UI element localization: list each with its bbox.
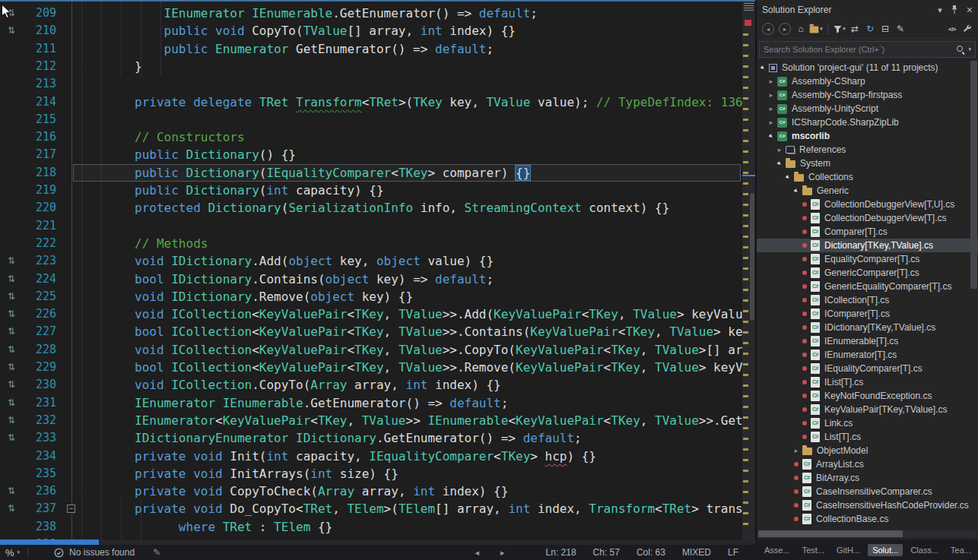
fold-collapse-button[interactable]: − — [67, 505, 75, 513]
code-line[interactable]: 221 — [0, 217, 742, 235]
code-line[interactable]: 234 private void Init(int capacity, IEqu… — [0, 448, 742, 465]
code-editor[interactable]: ⇅209 IEnumerator IEnumerable.GetEnumerat… — [0, 0, 755, 539]
tree-item[interactable]: CollectionDebuggerView[T].cs — [757, 211, 978, 225]
view-code-button[interactable]: </> — [945, 22, 959, 36]
back-button[interactable]: ◂ — [762, 23, 774, 35]
code-line[interactable]: 212 } — [0, 58, 742, 75]
scrollbar-thumb[interactable] — [750, 193, 754, 321]
gutter-references-icon[interactable]: ⇅ — [0, 376, 23, 394]
collapse-all-button[interactable]: ⊟ — [878, 22, 892, 36]
tree-item[interactable]: BitArray.cs — [757, 471, 978, 485]
code-line[interactable]: 220 protected Dictionary(SerializationIn… — [0, 199, 742, 217]
tree-item[interactable]: IList[T].cs — [757, 375, 978, 389]
scroll-left-button[interactable]: ◂ — [475, 548, 479, 558]
tree-item[interactable]: ▸References — [757, 143, 978, 157]
code-line[interactable]: 235 private void InitArrays(int size) {} — [0, 465, 742, 482]
panel-tab[interactable]: Asse... — [760, 544, 795, 556]
scrollbar-thumb[interactable] — [0, 539, 99, 545]
expand-arrow-icon[interactable]: ▸ — [770, 119, 773, 126]
gutter-references-icon[interactable]: ⇅ — [0, 341, 23, 359]
gutter-references-icon[interactable]: ⇅ — [0, 271, 23, 288]
gutter-references-icon[interactable]: ⇅ — [0, 412, 23, 429]
code-line[interactable]: ⇅227 bool ICollection<KeyValuePair<TKey,… — [0, 323, 742, 340]
search-input[interactable] — [760, 45, 956, 54]
tree-item[interactable]: ICollection[T].cs — [757, 293, 978, 307]
code-line[interactable]: ⇅226 void ICollection<KeyValuePair<TKey,… — [0, 305, 742, 323]
scrollbar-thumb[interactable] — [970, 61, 977, 289]
panel-tab[interactable]: Class... — [906, 544, 943, 556]
code-line[interactable]: 213 — [0, 75, 742, 93]
code-line[interactable]: 216 // Constructors — [0, 128, 742, 146]
tree-item[interactable]: List[T].cs — [757, 430, 978, 444]
eol-indicator[interactable]: LF — [728, 547, 738, 558]
gutter-references-icon[interactable]: ⇅ — [0, 482, 23, 500]
code-line[interactable]: 214 private delegate TRet Transform<TRet… — [0, 93, 742, 111]
home-button[interactable]: ⌂ — [794, 22, 808, 36]
code-line[interactable]: ⇅232 IEnumerator<KeyValuePair<TKey, TVal… — [0, 412, 742, 429]
code-line[interactable]: ⇅223 void IDictionary.Add(object key, ob… — [0, 252, 742, 270]
tree-item[interactable]: ▸C#Assembly-CSharp-firstpass — [757, 88, 978, 102]
panel-tab[interactable]: Test... — [798, 544, 829, 556]
refresh-button[interactable]: ↻ — [863, 22, 877, 36]
properties-button[interactable] — [961, 22, 974, 36]
expand-arrow-icon[interactable]: ▸ — [770, 91, 773, 99]
preview-selected-items-button[interactable]: ✎ — [894, 22, 907, 36]
document-health-indicator[interactable] — [54, 548, 64, 558]
editor-horizontal-scrollbar[interactable] — [0, 539, 755, 545]
forward-button[interactable]: ▸ — [779, 23, 791, 35]
collapse-arrow-icon[interactable]: ▸ — [767, 132, 775, 140]
expand-arrow-icon[interactable]: ▸ — [778, 146, 782, 153]
tree-item[interactable]: Comparer[T].cs — [757, 225, 978, 239]
tree-item[interactable]: KeyValuePair[TKey,TValue].cs — [757, 403, 978, 416]
gutter-references-icon[interactable]: ⇅ — [0, 22, 23, 40]
code-line[interactable]: 215 — [0, 111, 742, 128]
code-line[interactable]: ⇅236 private void CopyToCheck(Array arra… — [0, 482, 742, 500]
collapse-arrow-icon[interactable]: ▸ — [784, 173, 792, 181]
sync-with-active-document-button[interactable]: ⇄ — [848, 22, 862, 36]
tree-item[interactable]: ▸C#ICSharpCode.SharpZipLib — [757, 115, 978, 129]
panel-tab[interactable]: GitH... — [832, 544, 865, 556]
tree-item[interactable]: Dictionary[TKey,TValue].cs — [757, 239, 978, 252]
zoom-control[interactable]: % ▾ — [5, 547, 20, 558]
collapse-arrow-icon[interactable]: ▸ — [792, 187, 800, 195]
tree-item[interactable]: IDictionary[TKey,TValue].cs — [757, 321, 978, 334]
search-options-caret-icon[interactable]: ▾ — [968, 46, 971, 52]
code-line[interactable]: ⇅210 public void CopyTo(TValue[] array, … — [0, 22, 742, 40]
collapse-arrow-icon[interactable]: ▸ — [759, 64, 767, 71]
collapse-arrow-icon[interactable]: ▸ — [776, 160, 783, 167]
scroll-right-button[interactable]: ▸ — [500, 548, 505, 558]
tree-vertical-scrollbar[interactable] — [970, 61, 977, 523]
code-line[interactable]: ⇅225 void IDictionary.Remove(object key)… — [0, 288, 742, 305]
expand-arrow-icon[interactable]: ▸ — [770, 78, 773, 85]
tree-item[interactable]: IComparer[T].cs — [757, 307, 978, 321]
pending-changes-filter-button[interactable]: ▾ — [833, 22, 846, 36]
search-box[interactable]: ▾ — [759, 41, 976, 58]
tree-item[interactable]: ▸C#Assembly-UnityScript — [757, 102, 978, 115]
code-line[interactable]: 211 public Enumerator GetEnumerator() =>… — [0, 40, 742, 58]
window-position-button[interactable]: ▾ — [938, 5, 942, 15]
gutter-references-icon[interactable]: ⇅ — [0, 288, 23, 305]
tree-item[interactable]: ▸C#mscorlib — [757, 129, 978, 143]
tree-item[interactable]: Link.cs — [757, 416, 978, 430]
code-line[interactable]: 238 where TRet : TElem {} — [0, 518, 742, 536]
code-line[interactable]: ⇅224 bool IDictionary.Contains(object ke… — [0, 271, 742, 288]
code-line[interactable]: 219 public Dictionary(int capacity) {} — [0, 182, 742, 199]
tree-item[interactable]: ▸Solution 'project-gui' (11 of 11 projec… — [757, 61, 978, 74]
tree-item[interactable]: ▸ObjectModel — [757, 444, 978, 457]
code-line[interactable]: ⇅231 IEnumerator IEnumerable.GetEnumerat… — [0, 394, 742, 412]
code-line[interactable]: ⇅233 IDictionaryEnumerator IDictionary.G… — [0, 429, 742, 447]
tree-item[interactable]: GenericComparer[T].cs — [757, 266, 978, 280]
tree-item[interactable]: KeyNotFoundException.cs — [757, 389, 978, 403]
search-icon[interactable] — [956, 45, 966, 55]
tree-item[interactable]: EqualityComparer[T].cs — [757, 252, 978, 266]
code-line[interactable]: ⇅230 void ICollection.CopyTo(Array array… — [0, 376, 742, 394]
tree-item[interactable]: GenericEqualityComparer[T].cs — [757, 280, 978, 293]
split-editor-handle[interactable] — [744, 3, 754, 11]
code-line[interactable]: 222 // Methods — [0, 235, 742, 252]
gutter-references-icon[interactable]: ⇅ — [0, 394, 23, 412]
issues-status-label[interactable]: No issues found — [69, 547, 135, 558]
pin-button[interactable] — [951, 5, 958, 16]
gutter-references-icon[interactable]: ⇅ — [0, 323, 23, 340]
scrollbar-thumb[interactable] — [758, 530, 903, 537]
tree-horizontal-scrollbar[interactable] — [758, 530, 976, 537]
